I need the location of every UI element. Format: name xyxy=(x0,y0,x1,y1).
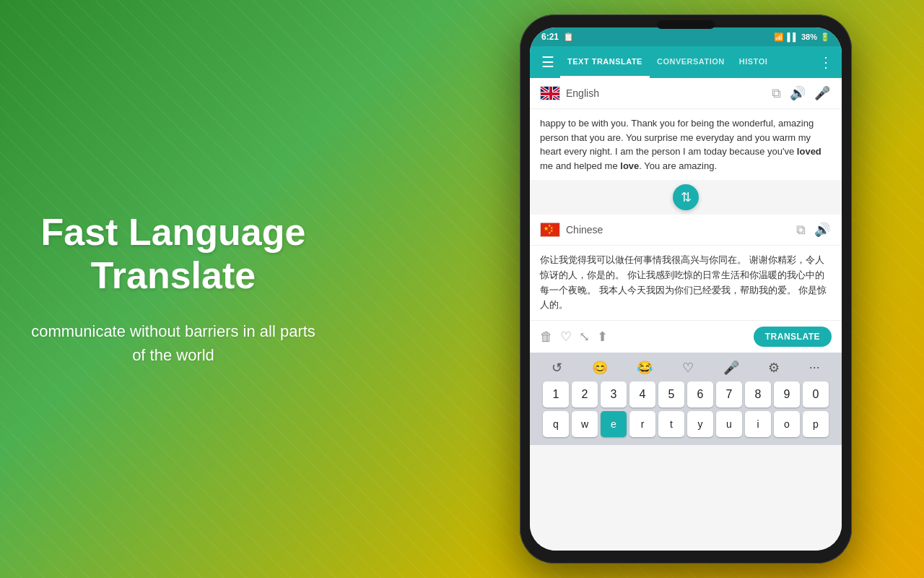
english-section: English ⧉ 🔊 🎤 happy to be with you. Than… xyxy=(530,78,842,180)
key-r[interactable]: r xyxy=(629,411,655,437)
heart-icon[interactable]: ♡ xyxy=(560,329,572,345)
tab-history[interactable]: HISTOI xyxy=(732,46,775,78)
left-panel: Fast Language Translate communicate with… xyxy=(0,0,346,578)
signal-icon: ▌▌ xyxy=(787,33,798,41)
tab-text-translate[interactable]: TEXT TRANSLATE xyxy=(560,46,650,78)
chinese-text: 你让我觉得我可以做任何事情我很高兴与你同在。 谢谢你精彩，令人惊讶的人，你是的。… xyxy=(530,246,842,320)
wifi-icon: 📶 xyxy=(774,33,784,42)
more-options-icon[interactable]: ⋮ xyxy=(816,48,836,77)
swap-container: ⇅ xyxy=(530,180,842,215)
keyboard-icon-settings[interactable]: ⚙ xyxy=(768,360,780,376)
main-title: Fast Language Translate xyxy=(29,211,318,298)
key-9[interactable]: 9 xyxy=(774,381,800,407)
nav-tabs: TEXT TRANSLATE CONVERSATION HISTOI xyxy=(560,46,816,78)
key-t[interactable]: t xyxy=(658,411,684,437)
english-header: English ⧉ 🔊 🎤 xyxy=(530,78,842,109)
key-o[interactable]: o xyxy=(774,411,800,437)
phone-body: 6:21 📋 📶 ▌▌ 38% 🔋 ☰ TEXT TRANSLATE xyxy=(520,14,852,564)
key-5[interactable]: 5 xyxy=(658,381,684,407)
english-flag xyxy=(540,86,560,100)
key-w[interactable]: w xyxy=(572,411,598,437)
english-actions: ⧉ 🔊 🎤 xyxy=(770,84,832,103)
key-0[interactable]: 0 xyxy=(803,381,829,407)
keyboard-icon-mic[interactable]: 🎤 xyxy=(723,360,739,376)
key-i[interactable]: i xyxy=(745,411,771,437)
keyboard-icon-sticker[interactable]: 😂 xyxy=(637,360,653,376)
app-navbar: ☰ TEXT TRANSLATE CONVERSATION HISTOI ⋮ xyxy=(530,46,842,78)
translate-button[interactable]: TRANSLATE xyxy=(754,327,832,347)
keyboard-icon-heart[interactable]: ♡ xyxy=(682,360,694,376)
number-row: 1 2 3 4 5 6 7 8 9 0 xyxy=(533,381,839,407)
keyboard-icon-rotate[interactable]: ↺ xyxy=(552,360,562,376)
key-e[interactable]: e xyxy=(601,411,627,437)
swap-languages-button[interactable]: ⇅ xyxy=(673,184,699,210)
english-lang-name: English xyxy=(566,87,770,99)
battery-text: 38% xyxy=(801,33,817,41)
english-text: happy to be with you. Thank you for bein… xyxy=(530,109,842,180)
key-q[interactable]: q xyxy=(543,411,569,437)
app-content: English ⧉ 🔊 🎤 happy to be with you. Than… xyxy=(530,78,842,551)
chinese-section: ★ ★ ★ ★ ★ Chinese ⧉ 🔊 xyxy=(530,215,842,320)
qwerty-row: q w e r t y u i o p xyxy=(533,411,839,437)
svg-rect-8 xyxy=(541,92,560,95)
action-bar: 🗑 ♡ ⤡ ⬆ TRANSLATE xyxy=(530,320,842,353)
copy-english-icon[interactable]: ⧉ xyxy=(770,85,783,103)
share-icon[interactable]: ⬆ xyxy=(597,329,608,345)
notification-icon: 📋 xyxy=(563,32,574,42)
chinese-lang-name: Chinese xyxy=(566,224,795,236)
key-1[interactable]: 1 xyxy=(543,381,569,407)
chinese-actions: ⧉ 🔊 xyxy=(795,220,832,239)
keyboard: ↺ 😊 😂 ♡ 🎤 ⚙ ··· 1 2 3 4 5 xyxy=(530,353,842,445)
chinese-header: ★ ★ ★ ★ ★ Chinese ⧉ 🔊 xyxy=(530,215,842,246)
key-7[interactable]: 7 xyxy=(716,381,742,407)
delete-icon[interactable]: 🗑 xyxy=(540,329,553,345)
mic-english-icon[interactable]: 🎤 xyxy=(813,84,832,103)
phone-notch xyxy=(657,20,715,29)
key-6[interactable]: 6 xyxy=(687,381,713,407)
main-subtitle: communicate without barriers in all part… xyxy=(29,319,318,367)
speaker-chinese-icon[interactable]: 🔊 xyxy=(813,220,832,239)
status-time: 6:21 xyxy=(541,32,559,42)
key-3[interactable]: 3 xyxy=(601,381,627,407)
expand-icon[interactable]: ⤡ xyxy=(579,329,590,345)
battery-icon: 🔋 xyxy=(820,33,830,42)
status-right: 📶 ▌▌ 38% 🔋 xyxy=(774,33,830,42)
speaker-english-icon[interactable]: 🔊 xyxy=(788,84,807,103)
key-u[interactable]: u xyxy=(716,411,742,437)
status-bar: 6:21 📋 📶 ▌▌ 38% 🔋 xyxy=(530,27,842,46)
phone-screen: 6:21 📋 📶 ▌▌ 38% 🔋 ☰ TEXT TRANSLATE xyxy=(530,27,842,551)
keyboard-icon-emoji[interactable]: 😊 xyxy=(592,360,608,376)
status-left: 6:21 📋 xyxy=(541,32,574,42)
key-8[interactable]: 8 xyxy=(745,381,771,407)
hamburger-icon[interactable]: ☰ xyxy=(536,48,560,77)
keyboard-icon-more[interactable]: ··· xyxy=(809,360,820,376)
chinese-flag: ★ ★ ★ ★ ★ xyxy=(540,223,560,237)
keyboard-top-row: ↺ 😊 😂 ♡ 🎤 ⚙ ··· xyxy=(533,357,839,379)
phone-device: 6:21 📋 📶 ▌▌ 38% 🔋 ☰ TEXT TRANSLATE xyxy=(520,14,852,564)
tab-conversation[interactable]: CONVERSATION xyxy=(650,46,732,78)
key-4[interactable]: 4 xyxy=(629,381,655,407)
key-2[interactable]: 2 xyxy=(572,381,598,407)
copy-chinese-icon[interactable]: ⧉ xyxy=(795,221,807,239)
key-y[interactable]: y xyxy=(687,411,713,437)
key-p[interactable]: p xyxy=(803,411,829,437)
